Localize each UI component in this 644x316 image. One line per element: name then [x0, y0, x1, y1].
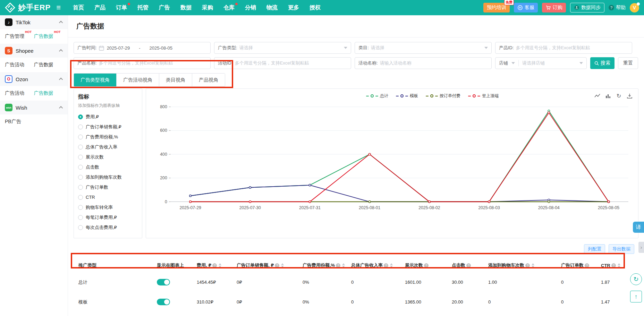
sort-asc-icon[interactable]: [219, 263, 221, 265]
sort-icon[interactable]: [390, 263, 393, 267]
product-name-input[interactable]: 产品名称: 多个用逗号分隔，支持Excel复制粘贴: [74, 57, 211, 69]
shop-select[interactable]: 店铺 请选择店铺: [495, 57, 587, 69]
customer-service-button[interactable]: 客服: [514, 3, 538, 12]
user-avatar[interactable]: V: [630, 3, 639, 12]
ad-type-select[interactable]: 广告类型: 请选择: [214, 42, 351, 54]
data-point[interactable]: [309, 184, 311, 186]
sidebar-item-pb-ads[interactable]: PB广告: [0, 114, 68, 129]
search-button[interactable]: 搜索: [590, 57, 615, 69]
ad-chart[interactable]: 02004006008002025-07-292025-07-302025-07…: [150, 99, 634, 222]
data-point[interactable]: [429, 201, 431, 203]
metric-option-每笔订单费用,₽[interactable]: 每笔订单费用,₽: [78, 212, 138, 222]
info-icon[interactable]: ?: [212, 263, 217, 268]
sort-icon[interactable]: [618, 263, 620, 267]
data-point[interactable]: [189, 195, 192, 197]
nav-item-仓库[interactable]: 仓库: [218, 0, 240, 15]
radio-icon[interactable]: [78, 175, 83, 180]
column-header-费用, ₽[interactable]: 费用, ₽?: [197, 262, 237, 268]
nav-item-采购[interactable]: 采购: [197, 0, 218, 15]
series-line-总计[interactable]: [190, 111, 609, 202]
data-point[interactable]: [189, 201, 192, 203]
data-point[interactable]: [368, 201, 371, 203]
nav-item-物流[interactable]: 物流: [261, 0, 283, 15]
nav-item-托管[interactable]: 托管: [132, 0, 154, 15]
metric-option-展示次数[interactable]: 展示次数: [78, 152, 138, 162]
sidebar-section-shopee[interactable]: SShopee: [0, 44, 68, 58]
date-to-value[interactable]: 2025-08-05: [149, 45, 172, 51]
nav-item-首页[interactable]: 首页: [68, 0, 89, 15]
sort-icon[interactable]: [281, 263, 284, 267]
sidebar-section-ozon[interactable]: OOzon: [0, 72, 68, 86]
campaign-name-input[interactable]: 活动名称: 请输入活动名称: [355, 57, 492, 69]
sidebar-item-广告数据[interactable]: 广告数据HOT: [34, 33, 63, 40]
refresh-icon[interactable]: ↻: [616, 93, 622, 99]
info-icon[interactable]: ?: [424, 263, 429, 268]
metric-option-总体广告收入率[interactable]: 总体广告收入率: [78, 142, 138, 152]
sort-asc-icon[interactable]: [342, 263, 345, 265]
legend-item-模板[interactable]: 模板: [396, 93, 418, 99]
radio-icon[interactable]: [78, 145, 83, 150]
metric-option-CTR[interactable]: CTR: [78, 192, 138, 202]
sort-icon[interactable]: [219, 263, 221, 267]
nav-item-更多[interactable]: 更多: [283, 0, 304, 15]
sidebar-item-广告数据[interactable]: 广告数据: [34, 62, 63, 68]
nav-item-订单[interactable]: 订单: [111, 0, 132, 15]
data-point[interactable]: [309, 201, 311, 203]
nav-item-数据[interactable]: 数据: [175, 0, 197, 15]
info-icon[interactable]: ?: [466, 263, 471, 268]
metric-option-费用,₽[interactable]: 费用,₽: [78, 112, 138, 122]
tab-产品视角[interactable]: 产品视角: [192, 74, 225, 86]
date-from-value[interactable]: 2025-07-29: [107, 45, 130, 51]
bar-chart-icon[interactable]: [605, 93, 611, 99]
info-icon[interactable]: ?: [275, 263, 279, 268]
data-point[interactable]: [249, 187, 251, 189]
radio-icon[interactable]: [78, 114, 83, 119]
metric-option-购物车转化率[interactable]: 购物车转化率: [78, 202, 138, 212]
line-chart-icon[interactable]: [594, 93, 600, 99]
data-point[interactable]: [368, 153, 371, 155]
sort-asc-icon[interactable]: [618, 263, 620, 265]
collapse-panel-button[interactable]: ›: [638, 242, 644, 253]
legend-item-登上顶端[interactable]: 登上顶端: [468, 93, 499, 99]
info-icon[interactable]: ?: [585, 263, 589, 268]
campaign-id-input[interactable]: 活动ID: 多个用逗号分隔，支持Excel复制粘贴: [214, 57, 351, 69]
sort-desc-icon[interactable]: [281, 266, 284, 267]
sort-asc-icon[interactable]: [281, 263, 284, 265]
nav-item-授权[interactable]: 授权: [304, 0, 326, 15]
chart-visibility-toggle[interactable]: [157, 299, 170, 305]
purchase-button[interactable]: 订购: [542, 3, 566, 12]
radio-icon[interactable]: [78, 225, 83, 230]
sort-desc-icon[interactable]: [342, 266, 345, 267]
metric-option-广告费用份额,%[interactable]: 广告费用份额,%: [78, 132, 138, 142]
tab-广告类型视角[interactable]: 广告类型视角: [74, 74, 117, 86]
nav-item-广告[interactable]: 广告: [154, 0, 175, 15]
data-sync-button[interactable]: 数据同步: [570, 3, 604, 12]
sort-asc-icon[interactable]: [390, 263, 393, 265]
radio-icon[interactable]: [78, 125, 83, 129]
sidebar-section-wish[interactable]: wishWish: [0, 101, 68, 114]
data-point[interactable]: [608, 201, 610, 203]
help-button[interactable]: ? 帮助: [609, 5, 626, 11]
metric-option-添加到购物车次数[interactable]: 添加到购物车次数: [78, 172, 138, 182]
column-header-添加到购物车次数[interactable]: 添加到购物车次数?: [488, 262, 561, 268]
column-header-广告订单销售额, ₽[interactable]: 广告订单销售额, ₽?: [237, 262, 303, 268]
data-point[interactable]: [249, 201, 251, 203]
info-icon[interactable]: ?: [525, 263, 530, 268]
metric-option-广告订单数[interactable]: 广告订单数: [78, 182, 138, 192]
radio-icon[interactable]: [78, 195, 83, 200]
radio-icon[interactable]: [78, 185, 83, 190]
column-header-广告费用份额,%[interactable]: 广告费用份额,%?: [303, 262, 351, 268]
translate-button[interactable]: 译: [633, 222, 644, 233]
product-id-input[interactable]: 产品ID: 多个用逗号分隔，支持Excel复制粘贴: [495, 42, 632, 54]
sidebar-item-广告活动[interactable]: 广告活动: [5, 90, 34, 96]
chart-visibility-toggle[interactable]: [157, 279, 170, 285]
nav-item-分销[interactable]: 分销: [240, 0, 261, 15]
sort-desc-icon[interactable]: [219, 266, 221, 267]
series-line-登上顶端[interactable]: [190, 113, 609, 202]
sort-icon[interactable]: [342, 263, 345, 267]
radio-icon[interactable]: [78, 205, 83, 210]
refresh-page-button[interactable]: ↻: [630, 273, 642, 285]
export-data-button[interactable]: 导出数据: [609, 244, 634, 254]
radio-icon[interactable]: [78, 135, 83, 139]
series-line-模板[interactable]: [190, 185, 609, 202]
